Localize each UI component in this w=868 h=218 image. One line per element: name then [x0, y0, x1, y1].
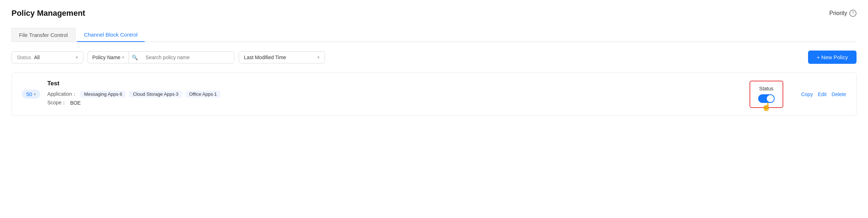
delete-action[interactable]: Delete — [832, 91, 846, 97]
tabs-container: File Transfer Control Channel Block Cont… — [11, 28, 857, 42]
status-toggle-area: Status ☝ — [750, 81, 783, 108]
priority-help-icon[interactable]: ? — [849, 10, 857, 17]
status-toggle[interactable] — [758, 94, 775, 103]
edit-action[interactable]: Edit — [818, 91, 826, 97]
toggle-thumb — [767, 95, 774, 102]
scope-meta-row: Scope： BOE — [47, 100, 742, 106]
page-header: Policy Management Priority ? — [11, 9, 857, 18]
policy-actions: Copy Edit Delete — [801, 91, 846, 97]
policy-name-dropdown-label: Policy Name — [92, 54, 121, 60]
policy-number-chevron-icon: ▾ — [34, 92, 36, 97]
application-label: Application： — [47, 91, 77, 98]
cursor-hand-icon: ☝ — [761, 102, 771, 112]
policy-row: 50 ▾ Test Application： Messaging Apps·6 … — [22, 80, 846, 108]
policy-name-dropdown[interactable]: Policy Name ▾ — [88, 52, 129, 63]
tab-channel-block[interactable]: Channel Block Control — [77, 28, 145, 42]
app-tag-cloud-storage: Cloud Storage Apps·3 — [129, 91, 182, 98]
priority-label: Priority — [829, 10, 847, 16]
policy-card: 50 ▾ Test Application： Messaging Apps·6 … — [11, 72, 857, 116]
app-tag-messaging: Messaging Apps·6 — [80, 91, 126, 98]
status-chevron-icon: ▾ — [76, 55, 78, 60]
status-filter-label: Status — [17, 54, 31, 60]
scope-label: Scope： — [47, 100, 67, 106]
policy-number-badge[interactable]: 50 ▾ — [22, 90, 40, 99]
application-meta-row: Application： Messaging Apps·6 Cloud Stor… — [47, 91, 742, 98]
search-container: Policy Name ▾ 🔍 — [88, 51, 234, 63]
page-container: Policy Management Priority ? File Transf… — [0, 0, 868, 218]
priority-button[interactable]: Priority ? — [829, 10, 857, 17]
toggle-track[interactable] — [758, 94, 775, 103]
app-tag-office: Office Apps·1 — [186, 91, 220, 98]
status-filter-value: All — [34, 54, 73, 60]
policy-number: 50 — [26, 91, 32, 97]
page-title: Policy Management — [11, 9, 85, 18]
scope-value: BOE — [70, 100, 81, 106]
status-toggle-label: Status — [759, 86, 774, 91]
sort-chevron-icon: ▾ — [317, 55, 319, 60]
status-filter[interactable]: Status All ▾ — [11, 51, 83, 63]
search-icon: 🔍 — [129, 54, 141, 60]
policy-name: Test — [47, 80, 742, 87]
copy-action[interactable]: Copy — [801, 91, 813, 97]
filter-bar: Status All ▾ Policy Name ▾ 🔍 Last Modifi… — [11, 51, 857, 64]
policy-info: Test Application： Messaging Apps·6 Cloud… — [47, 80, 742, 108]
new-policy-button[interactable]: + New Policy — [808, 51, 857, 64]
sort-filter-label: Last Modified Time — [244, 54, 314, 60]
search-input[interactable] — [141, 52, 234, 63]
sort-filter[interactable]: Last Modified Time ▾ — [239, 51, 325, 63]
tab-file-transfer[interactable]: File Transfer Control — [11, 28, 75, 42]
policy-name-chevron-icon: ▾ — [122, 55, 124, 60]
